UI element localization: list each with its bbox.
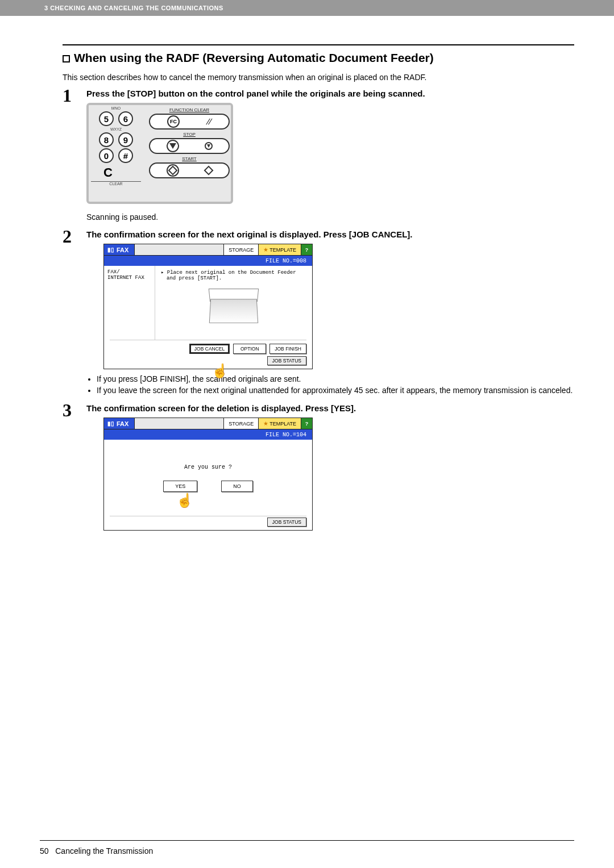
stop-label: STOP — [149, 132, 230, 137]
square-bullet-icon — [63, 55, 70, 62]
storage-button[interactable]: STORAGE — [223, 418, 258, 429]
slash-icon: // — [205, 117, 213, 126]
template-label: TEMPLATE — [269, 421, 296, 427]
lcd-body: Are you sure ? YES NO — [104, 440, 312, 516]
diamond-icon — [168, 166, 178, 176]
msg-line-2: and press [START]. — [161, 276, 306, 281]
bullet-1: If you press [JOB FINISH], the scanned o… — [97, 374, 574, 384]
key-6[interactable]: 6 — [118, 111, 133, 126]
star-icon: ★ — [263, 247, 268, 253]
pointer-hand-icon: ☝ — [176, 493, 193, 508]
yes-button[interactable]: YES — [163, 481, 197, 492]
file-number: FILE NO.=104 — [265, 432, 306, 438]
lcd-button-row: JOB CANCEL OPTION JOB FINISH — [104, 340, 312, 355]
section-title-text: When using the RADF (Reversing Automatic… — [74, 51, 434, 64]
msg-line-1: ▸ Place next original on the Document Fe… — [161, 269, 306, 276]
chapter-label: 3 CHECKING AND CANCELING THE COMMUNICATI… — [44, 5, 223, 11]
status-row: JOB STATUS — [104, 355, 312, 369]
lcd-titlebar: ▮▯ FAX STORAGE ★ TEMPLATE ? — [104, 418, 312, 429]
start-label: START — [149, 156, 230, 161]
lcd-titlebar: ▮▯ FAX STORAGE ★ TEMPLATE ? — [104, 244, 312, 256]
diamond-outline-icon — [204, 166, 214, 176]
stop-circle-icon — [167, 140, 179, 152]
titlebar-spacer — [135, 244, 223, 255]
fax-icon: ▮▯ — [107, 247, 114, 253]
step-number: 3 — [63, 400, 72, 421]
control-panel-figure: MNO 5 6 WXYZ 8 9 0 # C CLEAR FUNCTION CL — [86, 103, 233, 204]
key-0[interactable]: 0 — [99, 148, 114, 163]
template-label: TEMPLATE — [269, 247, 296, 253]
down-triangle-icon — [169, 143, 176, 149]
key-8[interactable]: 8 — [99, 132, 114, 147]
side-text: FAX/ INTERNET FAX — [107, 269, 144, 281]
start-button[interactable] — [149, 162, 230, 178]
start-circle-icon — [167, 164, 179, 177]
fc-circle-icon: FC — [167, 115, 180, 128]
step-bullets: If you press [JOB FINISH], the scanned o… — [97, 374, 574, 395]
key-hash[interactable]: # — [118, 148, 133, 163]
job-status-button[interactable]: JOB STATUS — [267, 356, 306, 365]
section-title: When using the RADF (Reversing Automatic… — [63, 51, 574, 65]
bullet-2: If you leave the screen for the next ori… — [97, 385, 574, 395]
job-finish-button[interactable]: JOB FINISH — [269, 344, 306, 354]
step-number: 2 — [63, 226, 72, 247]
control-column: FUNCTION CLEAR FC // STOP START — [146, 105, 233, 183]
step-3: 3 The confirmation screen for the deleti… — [63, 403, 574, 531]
template-button[interactable]: ★ TEMPLATE — [258, 418, 301, 429]
pointer-hand-icon: ☝ — [211, 363, 229, 379]
titlebar-spacer — [135, 418, 223, 429]
function-clear-label: FUNCTION CLEAR — [149, 107, 230, 112]
help-button[interactable]: ? — [301, 244, 312, 255]
option-button[interactable]: OPTION — [233, 344, 266, 354]
stop-button[interactable] — [149, 138, 230, 154]
file-number-band: FILE NO.=104 — [104, 429, 312, 440]
step-note: Scanning is paused. — [86, 212, 574, 222]
keypad: MNO 5 6 WXYZ 8 9 0 # C CLEAR — [89, 105, 143, 187]
step-number: 1 — [63, 85, 72, 106]
lcd-screen-confirm-delete: ▮▯ FAX STORAGE ★ TEMPLATE ? FILE NO.=104… — [103, 418, 313, 531]
page-header: 3 CHECKING AND CANCELING THE COMMUNICATI… — [0, 0, 614, 16]
footer-title: Canceling the Transmission — [55, 846, 153, 856]
step-2: 2 The confirmation screen for the next o… — [63, 229, 574, 395]
lcd-side-label: FAX/ INTERNET FAX — [104, 266, 155, 340]
help-button[interactable]: ? — [301, 418, 312, 429]
fax-tab-label: FAX — [117, 247, 128, 253]
star-icon: ★ — [263, 420, 268, 427]
key-9[interactable]: 9 — [118, 132, 133, 147]
status-row: JOB STATUS — [104, 516, 312, 530]
stop-outline-icon — [205, 142, 213, 150]
page-number: 50 — [40, 846, 49, 856]
page-content: When using the RADF (Reversing Automatic… — [0, 16, 614, 531]
fax-tab[interactable]: ▮▯ FAX — [104, 418, 135, 429]
step-heading: The confirmation screen for the deletion… — [86, 403, 574, 413]
step-heading: The confirmation screen for the next ori… — [86, 229, 574, 239]
rule-top — [63, 44, 574, 45]
keypad-label-mno: MNO — [91, 106, 141, 110]
function-clear-button[interactable]: FC // — [149, 114, 230, 130]
no-button[interactable]: NO — [221, 481, 253, 492]
fax-icon: ▮▯ — [107, 420, 114, 427]
step-heading: Press the [STOP] button on the control p… — [86, 89, 574, 98]
section-intro: This section describes how to cancel the… — [63, 73, 574, 82]
job-status-button[interactable]: JOB STATUS — [267, 518, 306, 527]
scanner-illustration-icon — [206, 287, 261, 327]
lcd-screen-next-original: ▮▯ FAX STORAGE ★ TEMPLATE ? FILE NO.=008… — [103, 244, 313, 369]
fax-tab-label: FAX — [117, 420, 128, 427]
keypad-label-wxyz: WXYZ — [91, 127, 141, 131]
confirm-text: Are you sure ? — [184, 464, 232, 470]
lcd-body: FAX/ INTERNET FAX ▸ Place next original … — [104, 266, 312, 340]
page-footer: 50 Canceling the Transmission — [40, 846, 153, 856]
template-button[interactable]: ★ TEMPLATE — [258, 244, 301, 255]
yes-no-row: YES NO — [163, 481, 253, 492]
keypad-label-clear: CLEAR — [91, 181, 141, 186]
storage-button[interactable]: STORAGE — [223, 244, 258, 255]
lcd-main: ▸ Place next original on the Document Fe… — [155, 266, 312, 340]
file-number: FILE NO.=008 — [265, 258, 306, 264]
key-5[interactable]: 5 — [99, 111, 114, 126]
footer-rule — [40, 840, 574, 841]
key-clear-c[interactable]: C — [91, 165, 125, 180]
job-cancel-button[interactable]: JOB CANCEL — [189, 344, 230, 354]
step-1: 1 Press the [STOP] button on the control… — [63, 89, 574, 222]
file-number-band: FILE NO.=008 — [104, 256, 312, 266]
fax-tab[interactable]: ▮▯ FAX — [104, 244, 135, 255]
